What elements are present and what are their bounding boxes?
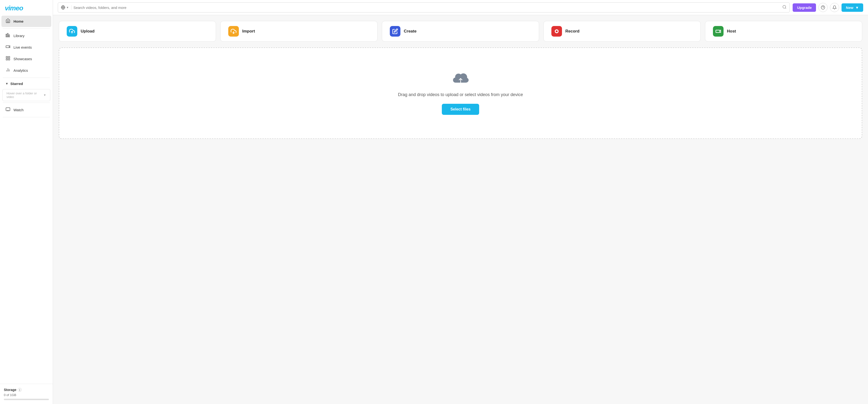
content-area: Upload Import Create Re <box>53 15 868 404</box>
import-icon <box>228 26 239 37</box>
host-card-label: Host <box>727 29 736 34</box>
sidebar-item-analytics-label: Analytics <box>13 68 28 72</box>
divider-1 <box>3 28 50 29</box>
sidebar-item-watch[interactable]: Watch <box>1 104 51 116</box>
library-icon <box>5 33 10 39</box>
divider-2 <box>3 77 50 78</box>
storage-title: Storage i <box>4 388 49 392</box>
sidebar-item-library-label: Library <box>13 34 25 38</box>
svg-rect-22 <box>716 30 720 32</box>
host-icon <box>713 26 723 37</box>
create-card-label: Create <box>404 29 416 34</box>
new-button[interactable]: New ▼ <box>841 3 863 12</box>
sidebar-item-analytics[interactable]: Analytics <box>1 65 51 76</box>
svg-rect-0 <box>6 34 7 37</box>
svg-line-15 <box>785 8 786 8</box>
import-card-label: Import <box>242 29 255 34</box>
sidebar: vimeo Home Library Live events <box>0 0 53 404</box>
starred-folder-dropdown[interactable]: Hover over a folder or video ▼ <box>2 89 50 101</box>
storage-bar <box>4 399 49 400</box>
select-files-button[interactable]: Select files <box>442 104 479 115</box>
svg-rect-5 <box>8 57 10 58</box>
sidebar-item-live-events-label: Live events <box>13 45 32 49</box>
globe-button[interactable]: ▼ <box>61 5 71 10</box>
header: ▼ Upgrade New ▼ <box>53 0 868 15</box>
import-card[interactable]: Import <box>220 21 377 42</box>
upload-drag-text: Drag and drop videos to upload or select… <box>398 92 523 98</box>
storage-used: 0 of 1GB <box>4 393 49 397</box>
sidebar-item-home[interactable]: Home <box>1 15 51 27</box>
upload-icon <box>67 26 77 37</box>
sidebar-item-library[interactable]: Library <box>1 30 51 41</box>
main-content: ▼ Upgrade New ▼ <box>53 0 868 404</box>
svg-rect-1 <box>7 33 8 37</box>
home-icon <box>5 18 10 24</box>
svg-rect-6 <box>6 59 8 60</box>
svg-rect-7 <box>8 59 10 60</box>
help-button[interactable] <box>818 3 828 12</box>
sidebar-item-showcases[interactable]: Showcases <box>1 53 51 64</box>
svg-rect-3 <box>6 46 9 48</box>
logo[interactable]: vimeo <box>0 0 53 15</box>
divider-3 <box>3 102 50 103</box>
live-events-icon <box>5 44 10 50</box>
upload-drop-zone[interactable]: Drag and drop videos to upload or select… <box>59 48 862 139</box>
search-icon <box>782 5 786 10</box>
starred-dropdown-text: Hover over a folder or video <box>6 92 41 99</box>
svg-rect-2 <box>9 35 9 37</box>
svg-point-14 <box>783 5 786 8</box>
record-card[interactable]: Record <box>544 21 701 42</box>
svg-rect-4 <box>6 57 8 58</box>
action-cards: Upload Import Create Re <box>59 21 862 42</box>
search-input[interactable] <box>73 5 781 10</box>
new-button-label: New <box>846 5 853 10</box>
storage-section: Storage i 0 of 1GB <box>0 384 53 404</box>
sidebar-item-showcases-label: Showcases <box>13 57 32 61</box>
upload-card-label: Upload <box>81 29 95 34</box>
search-container: ▼ <box>58 2 790 12</box>
host-card[interactable]: Host <box>705 21 862 42</box>
notification-button[interactable] <box>830 3 839 12</box>
dropdown-arrow-icon: ▼ <box>43 93 46 97</box>
vimeo-logo-text: vimeo <box>5 4 48 12</box>
watch-icon <box>5 107 10 113</box>
create-card[interactable]: Create <box>382 21 539 42</box>
upload-cloud-icon <box>452 72 469 87</box>
sidebar-item-watch-label: Watch <box>13 108 24 112</box>
record-icon <box>551 26 562 37</box>
starred-label: Starred <box>10 82 23 86</box>
svg-point-21 <box>556 30 558 32</box>
upload-card[interactable]: Upload <box>59 21 216 42</box>
showcases-icon <box>5 56 10 62</box>
sidebar-item-starred[interactable]: ▼ Starred <box>1 79 51 88</box>
create-icon <box>390 26 400 37</box>
sidebar-item-live-events[interactable]: Live events <box>1 42 51 53</box>
storage-info-icon[interactable]: i <box>18 388 22 392</box>
chevron-down-icon: ▼ <box>5 82 8 86</box>
upgrade-button[interactable]: Upgrade <box>793 3 816 12</box>
globe-dropdown-arrow: ▼ <box>66 6 69 9</box>
sidebar-nav: Home Library Live events Showcases <box>0 15 53 384</box>
record-card-label: Record <box>565 29 580 34</box>
divider-4 <box>3 117 50 117</box>
new-button-chevron: ▼ <box>855 5 859 10</box>
analytics-icon <box>5 67 10 73</box>
header-actions: Upgrade New ▼ <box>793 3 863 12</box>
sidebar-item-home-label: Home <box>13 19 24 23</box>
